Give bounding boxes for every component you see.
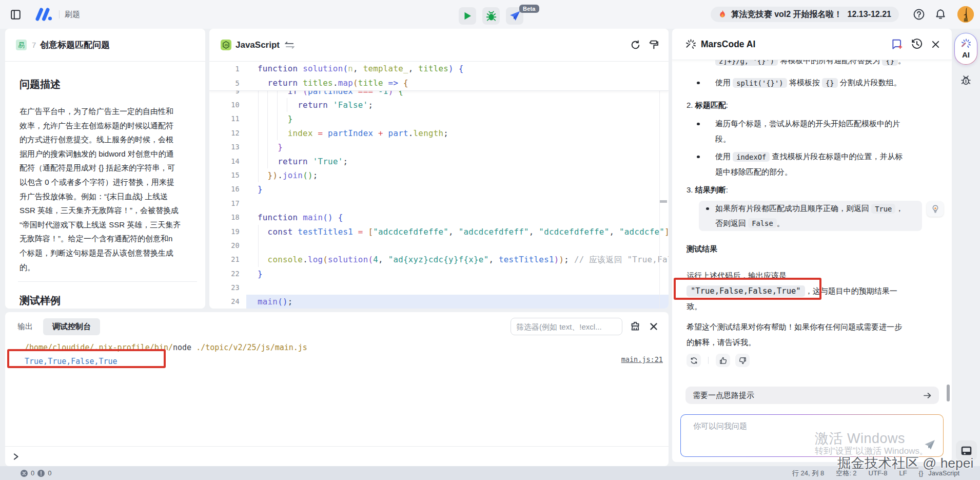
hint-bulb-button[interactable] — [927, 201, 944, 217]
problems-indicator[interactable]: 0 0 — [21, 469, 51, 477]
code-token — [383, 78, 388, 88]
ai-sidebar-toggle[interactable]: AI — [954, 33, 977, 65]
code-token: } — [258, 269, 263, 279]
code-token: log — [308, 255, 323, 264]
line-number: 11 — [209, 112, 246, 126]
editor-language: JavaScript — [236, 40, 280, 50]
history-icon[interactable] — [911, 38, 923, 50]
console-filter[interactable] — [511, 318, 622, 335]
notifications-button[interactable] — [935, 9, 946, 20]
format-code-icon[interactable] — [648, 40, 659, 50]
close-ai-icon[interactable] — [931, 40, 940, 49]
code-chip: True — [871, 204, 895, 214]
new-chat-icon[interactable] — [891, 38, 903, 50]
code-text: main(); — [246, 295, 669, 309]
indent-guide — [267, 155, 268, 168]
problem-number: 7 — [32, 41, 36, 49]
marscode-logo[interactable] — [34, 8, 53, 21]
code-line-11[interactable]: 11 } — [209, 112, 669, 126]
thumbs-down-button[interactable] — [735, 354, 750, 367]
line-number: 23 — [209, 281, 246, 295]
code-chip: {} — [882, 60, 898, 66]
code-line-12[interactable]: 12 index = partIndex + part.length; — [209, 126, 669, 140]
code-line-17[interactable]: 17 — [209, 197, 669, 210]
console-command: /home/cloudide/.nix-profile/bin/node ./t… — [5, 341, 669, 355]
code-token — [454, 227, 459, 237]
code-token — [258, 227, 268, 237]
code-line-18[interactable]: 18function main() { — [209, 210, 669, 224]
paper-plane-icon — [508, 10, 521, 22]
divider — [18, 281, 197, 282]
code-token: solution — [303, 64, 343, 73]
tab-debug-console[interactable]: 调试控制台 — [43, 318, 100, 335]
code-line-14[interactable]: 14 return 'True'; — [209, 155, 669, 168]
indent-guide — [277, 112, 278, 126]
code-editor[interactable]: 9 if (partIndex === -1) {10 return 'Fals… — [209, 62, 669, 309]
code-token — [398, 78, 403, 88]
console-input-row[interactable] — [5, 446, 669, 466]
code-token: . — [408, 128, 414, 138]
line-number: 10 — [209, 98, 246, 112]
beta-badge: Beta — [519, 5, 539, 13]
code-token: = — [358, 227, 363, 237]
console-source-link[interactable]: main.js:21 — [621, 355, 663, 363]
tab-output[interactable]: 输出 — [17, 322, 33, 332]
code-token: ] — [664, 227, 669, 237]
code-token: ) — [559, 255, 564, 264]
clear-console-icon[interactable] — [630, 321, 641, 332]
thumbs-up-button[interactable] — [716, 354, 730, 367]
code-line-21[interactable]: 21 console.log(solution(4, "ad{xyz}cdc{y… — [209, 253, 669, 266]
code-token: return — [278, 157, 308, 166]
cursor-position[interactable]: 行 24, 列 8 — [792, 469, 824, 478]
ai-suggestion-button[interactable]: 需要一点思路提示 — [685, 387, 939, 404]
code-chip: False — [748, 218, 777, 228]
code-token: partIndex — [328, 128, 373, 138]
debug-button[interactable] — [482, 7, 500, 25]
line-number: 22 — [209, 267, 246, 281]
editor-scrollbar-thumb[interactable] — [660, 200, 667, 203]
code-line-13[interactable]: 13 } — [209, 140, 669, 154]
sidebar-bug-icon[interactable] — [960, 74, 972, 86]
arrow-right-icon — [923, 391, 932, 400]
code-token: solution — [328, 255, 368, 264]
code-line-23[interactable]: 23 — [209, 281, 669, 295]
line-number: 12 — [209, 126, 246, 140]
ai-block-num: 2. 标题匹配: — [687, 98, 937, 113]
problem-title: 创意标题匹配问题 — [40, 39, 110, 51]
run-button[interactable] — [459, 7, 476, 25]
ai-scrollbar-thumb[interactable] — [947, 385, 950, 401]
avatar[interactable] — [957, 6, 974, 23]
code-token: , — [408, 64, 414, 73]
code-line-10[interactable]: 10 return 'False'; — [209, 98, 669, 112]
code-token: map — [338, 78, 353, 88]
code-token: return — [268, 78, 298, 88]
console-filter-input[interactable] — [516, 322, 617, 331]
statusbar: 0 0 行 24, 列 8 空格: 2 UTF-8 LF {}JavaScrip… — [0, 466, 980, 480]
code-token: } — [268, 170, 273, 180]
promo-banner[interactable]: 算法竞技赛 vol2 开始报名啦！ 12.13-12.21 — [711, 7, 899, 22]
indent-guide — [267, 98, 268, 112]
bug-icon — [486, 11, 497, 22]
code-text: } — [246, 140, 669, 154]
code-token: . — [303, 255, 308, 264]
toggle-sidebar-button[interactable] — [9, 8, 22, 21]
code-line-24[interactable]: 24main(); — [209, 295, 669, 309]
samples-heading: 测试样例 — [19, 294, 201, 308]
code-token — [308, 157, 313, 166]
code-line-19[interactable]: 19 const testTitles1 = ["adcdcefdfeffe",… — [209, 225, 669, 239]
switch-language-icon[interactable] — [285, 41, 295, 49]
code-line-1[interactable]: 1function solution(n, template_, titles)… — [209, 62, 669, 76]
reset-code-icon[interactable] — [630, 40, 641, 50]
code-line-22[interactable]: 22} — [209, 267, 669, 281]
help-button[interactable] — [913, 9, 925, 20]
code-line-20[interactable]: 20 — [209, 239, 669, 253]
close-console-icon[interactable] — [649, 322, 658, 331]
code-line-16[interactable]: 16} — [209, 182, 669, 196]
code-token: join — [283, 170, 303, 180]
code-token: "adcdcfe" — [619, 227, 664, 237]
code-token — [363, 227, 368, 237]
code-line-15[interactable]: 15 }).join(); — [209, 168, 669, 182]
code-line-5[interactable]: 5 return titles.map(title => { — [209, 76, 669, 90]
errors-icon — [21, 470, 28, 477]
regenerate-button[interactable] — [687, 354, 701, 367]
